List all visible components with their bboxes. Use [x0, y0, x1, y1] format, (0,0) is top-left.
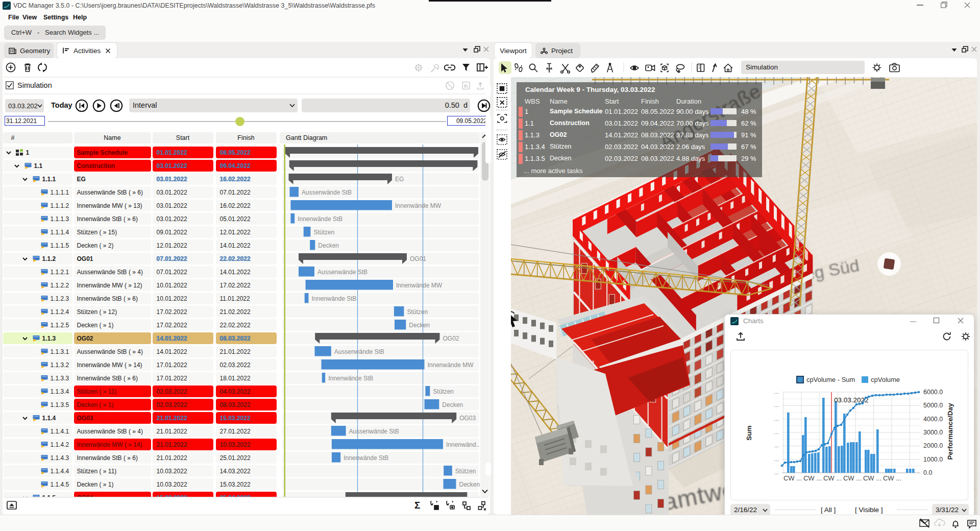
svg-text:EG: EG	[395, 176, 404, 183]
svg-text:6000.0: 6000.0	[923, 389, 943, 396]
svg-text:cpVolume: cpVolume	[871, 376, 900, 383]
svg-text:Stützen: Stützen	[433, 388, 454, 395]
svg-text:CW ...: CW ...	[863, 474, 881, 482]
svg-text:0.0: 0.0	[923, 469, 932, 476]
svg-text:5000.0: 5000.0	[923, 402, 943, 409]
svg-text:OG01: OG01	[410, 255, 426, 262]
svg-text:Decken: Decken	[318, 242, 339, 249]
svg-text:CW ...: CW ...	[783, 474, 802, 482]
svg-text:Innenwände StB: Innenwände StB	[344, 454, 388, 462]
svg-text:CW ...: CW ...	[883, 474, 901, 482]
svg-text:Aussenwände StB: Aussenwände StB	[317, 269, 368, 276]
svg-text:Decken: Decken	[459, 481, 480, 488]
svg-text:Innenwände MW: Innenwände MW	[428, 361, 474, 369]
svg-text:Aussenwände StB: Aussenwände StB	[302, 189, 352, 196]
svg-text:Stützen: Stützen	[313, 229, 334, 236]
svg-text:Decken: Decken	[442, 401, 463, 408]
svg-text:Innenwände StB: Innenwände StB	[328, 375, 373, 382]
svg-text:CW ...: CW ...	[803, 474, 822, 482]
svg-text:...: ...	[774, 416, 779, 422]
svg-text:1000.0: 1000.0	[923, 456, 943, 463]
svg-text:cpVolume - Sum: cpVolume - Sum	[806, 376, 855, 383]
svg-text:2000.0: 2000.0	[923, 442, 943, 449]
svg-text:OG02: OG02	[443, 335, 459, 342]
svg-text:4000.0: 4000.0	[923, 416, 943, 423]
svg-text:...: ...	[774, 429, 779, 435]
svg-text:Aussenwände StB: Aussenwände StB	[349, 428, 399, 435]
svg-text:...: ...	[774, 456, 779, 462]
svg-text:Innenwände MW: Innenwände MW	[395, 202, 442, 209]
svg-text:...: ...	[774, 389, 779, 395]
svg-text:3000.0: 3000.0	[923, 429, 943, 436]
svg-text:Sum: Sum	[745, 425, 753, 440]
svg-text:Innenwände StB: Innenwände StB	[312, 295, 357, 302]
svg-text:...: ...	[774, 402, 779, 408]
svg-text:CW ...: CW ...	[823, 474, 842, 482]
svg-text:Aussenwände StB: Aussenwände StB	[334, 348, 384, 355]
svg-text:CW ...: CW ...	[843, 474, 862, 482]
svg-text:Decken: Decken	[409, 322, 430, 329]
svg-text:Performance/Day: Performance/Day	[946, 403, 954, 460]
svg-text:Innenwänd...: Innenwänd...	[446, 441, 480, 448]
svg-text:Innenwände MW: Innenwände MW	[396, 282, 443, 289]
svg-text:...: ...	[774, 469, 779, 475]
svg-text:...: ...	[774, 442, 779, 448]
svg-text:Stützen: Stützen	[455, 468, 476, 475]
svg-text:OG03: OG03	[459, 415, 476, 422]
svg-text:Innenwände StB: Innenwände StB	[298, 215, 342, 223]
svg-text:Stützen: Stützen	[407, 308, 428, 316]
